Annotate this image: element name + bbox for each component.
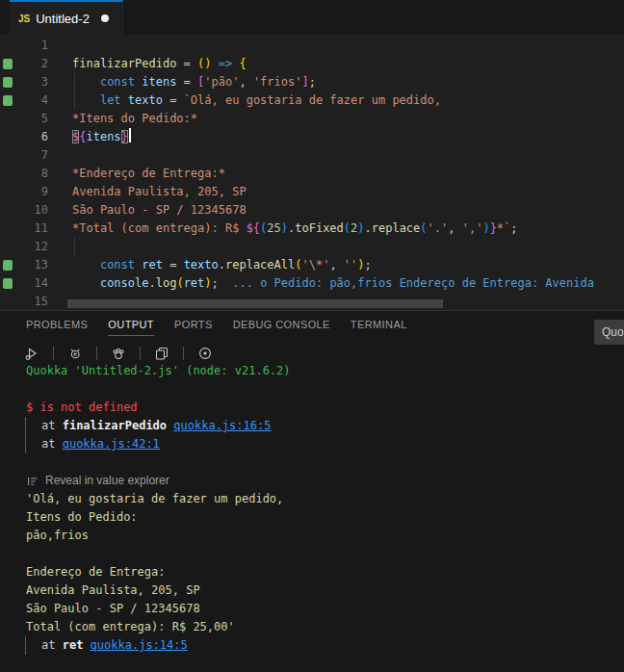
panel-tab-output[interactable]: OUTPUT	[108, 319, 154, 336]
output-line	[0, 453, 624, 472]
code-text: *Itens do Pedido:*	[72, 110, 197, 128]
output-line: pão,frios	[0, 527, 624, 545]
code-line[interactable]: 14 console.log(ret); ... o Pedido: pão,f…	[0, 274, 624, 293]
line-number: 3	[0, 73, 48, 91]
line-number: 14	[0, 274, 48, 293]
line-number: 11	[0, 220, 48, 238]
output-line: São Paulo - SP / 12345678	[0, 600, 624, 618]
panel-tab-debug-console[interactable]: DEBUG CONSOLE	[233, 319, 330, 336]
code-line[interactable]: 3 const itens = ['pão', 'frios'];	[0, 73, 624, 91]
line-number: 10	[0, 201, 48, 220]
line-number: 7	[0, 146, 48, 165]
line-number: 8	[0, 165, 48, 183]
code-text: let texto = `Olá, eu gostaria de fazer u…	[72, 91, 441, 110]
code-text: *Endereço de Entrega:*	[72, 165, 225, 183]
debug-bug-icon[interactable]	[66, 345, 84, 362]
toolbar-separator	[140, 347, 141, 360]
javascript-file-icon: JS	[18, 13, 30, 24]
code-text: ${itens}	[72, 128, 131, 146]
code-line[interactable]: 6${itens}	[0, 128, 624, 146]
code-editor[interactable]: 12finalizarPedido = () => {3 const itens…	[0, 35, 624, 311]
panel-tab-ports[interactable]: PORTS	[174, 319, 213, 336]
text-cursor	[129, 128, 131, 142]
tab-untitled-2[interactable]: JS Untitled-2	[10, 0, 123, 35]
output-line: Endereço de Entrega:	[0, 563, 624, 582]
panel-tab-problems[interactable]: PROBLEMS	[26, 319, 88, 336]
code-line[interactable]: 2finalizarPedido = () => {	[0, 55, 624, 73]
bottom-panel: PROBLEMSOUTPUTPORTSDEBUG CONSOLETERMINAL…	[0, 310, 624, 672]
code-text: finalizarPedido = () => {	[72, 55, 247, 73]
code-text: const ret = texto.replaceAll('\*', '');	[72, 256, 372, 274]
output-line	[0, 380, 624, 399]
output-line: Itens do Pedido:	[0, 508, 624, 527]
quokka-paw-icon[interactable]	[110, 345, 127, 362]
code-text: *Total (com entrega): R$ ${(25).toFixed(…	[72, 220, 518, 238]
code-line[interactable]: 9Avenida Paulista, 205, SP	[0, 183, 624, 201]
code-text: const itens = ['pão', 'frios'];	[72, 73, 316, 91]
tab-title: Untitled-2	[36, 12, 90, 26]
line-number: 2	[0, 55, 48, 73]
output-line: at finalizarPedido quokka.js:16:5	[0, 417, 624, 435]
line-number: 13	[0, 256, 48, 274]
output-line: at ret quokka.js:14:5	[0, 636, 624, 655]
toolbar-separator	[53, 347, 54, 360]
output-line: at quokka.js:42:1	[0, 435, 624, 453]
line-number: 15	[0, 293, 48, 311]
list-tree-icon	[26, 475, 39, 488]
line-number: 12	[0, 238, 48, 256]
code-line[interactable]: 11*Total (com entrega): R$ ${(25).toFixe…	[0, 220, 624, 238]
code-line[interactable]: 5*Itens do Pedido:*	[0, 110, 624, 128]
code-line[interactable]: 1	[0, 37, 624, 55]
output-line: Avenida Paulista, 205, SP	[0, 582, 624, 600]
line-number: 1	[0, 37, 48, 55]
code-line[interactable]: 8*Endereço de Entrega:*	[0, 165, 624, 183]
panel-tab-terminal[interactable]: TERMINAL	[351, 319, 407, 336]
code-line[interactable]: 4 let texto = `Olá, eu gostaria de fazer…	[0, 91, 624, 110]
output-line: 'Olá, eu gostaria de fazer um pedido,	[0, 490, 624, 508]
output-channel-select[interactable]: Quo	[594, 320, 624, 345]
code-line[interactable]: 13 const ret = texto.replaceAll('\*', ''…	[0, 256, 624, 274]
line-number: 4	[0, 91, 48, 110]
code-line[interactable]: 12	[0, 238, 624, 256]
quokka-run-icon[interactable]	[23, 345, 40, 362]
line-number: 6	[0, 128, 48, 146]
output-line: Total (com entrega): R$ 25,00'	[0, 618, 624, 636]
vscode-window: JS Untitled-2 12finalizarPedido = () => …	[0, 0, 624, 672]
editor-tab-bar: JS Untitled-2	[0, 0, 624, 35]
reveal-in-value-explorer[interactable]: Reveal in value explorer	[0, 472, 624, 490]
code-line[interactable]: 10São Paulo - SP / 12345678	[0, 201, 624, 220]
output-line: $ is not defined	[0, 399, 624, 417]
output-line	[0, 545, 624, 563]
toolbar-separator	[183, 347, 184, 360]
line-number: 9	[0, 183, 48, 201]
horizontal-scrollbar[interactable]	[67, 299, 443, 308]
code-text: console.log(ret); ... o Pedido: pão,frio…	[72, 274, 594, 293]
output-line: Quokka 'Untitled-2.js' (node: v21.6.2)	[0, 362, 624, 380]
record-icon[interactable]	[196, 345, 214, 362]
copy-output-icon[interactable]	[153, 345, 170, 362]
code-text: São Paulo - SP / 12345678	[72, 201, 247, 220]
panel-tab-bar: PROBLEMSOUTPUTPORTSDEBUG CONSOLETERMINAL	[26, 319, 407, 336]
line-number: 5	[0, 110, 48, 128]
code-text: Avenida Paulista, 205, SP	[72, 183, 247, 201]
output-content: Quokka 'Untitled-2.js' (node: v21.6.2)$ …	[0, 362, 624, 655]
stack-trace-link[interactable]: quokka.js:14:5	[91, 638, 188, 652]
stack-trace-link[interactable]: quokka.js:42:1	[63, 437, 160, 451]
code-line[interactable]: 7	[0, 146, 624, 165]
modified-dot-icon[interactable]	[101, 14, 109, 22]
toolbar-separator	[96, 347, 97, 360]
stack-trace-link[interactable]: quokka.js:16:5	[173, 419, 271, 432]
